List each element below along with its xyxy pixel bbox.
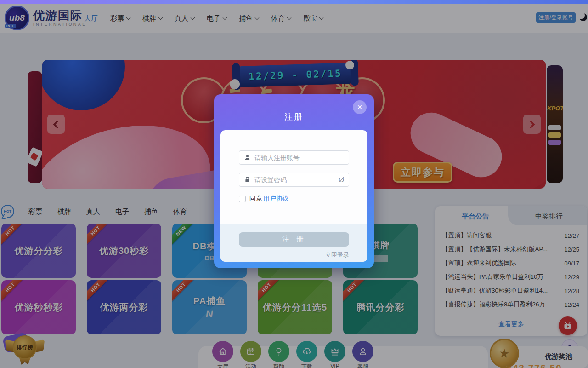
- register-submit-button[interactable]: 注 册: [239, 232, 349, 247]
- eye-off-icon[interactable]: Ø: [339, 176, 344, 184]
- modal-footer: 注 册 立即登录: [220, 224, 368, 262]
- page: ub8 INTL 优游国际 INTERNATIONAL 大厅 彩票 棋牌 真人 …: [0, 0, 588, 368]
- password-input[interactable]: [254, 176, 335, 184]
- agree-checkbox[interactable]: [239, 196, 246, 202]
- register-form: Ø 同意 用户协议 注 册 立即登录: [220, 130, 368, 262]
- register-modal: × 注册 Ø 同意 用户协议: [214, 94, 374, 268]
- username-field-wrap: [239, 150, 349, 165]
- password-field-wrap: Ø: [239, 172, 349, 187]
- login-now-link[interactable]: 立即登录: [325, 251, 349, 259]
- lock-icon: [244, 176, 251, 183]
- modal-title: 注册: [214, 111, 374, 122]
- top-gradient-bar: [0, 0, 588, 4]
- agreement-row: 同意 用户协议: [239, 195, 289, 203]
- agree-text: 同意: [249, 195, 262, 203]
- user-agreement-link[interactable]: 用户协议: [263, 195, 289, 203]
- user-icon: [244, 154, 251, 161]
- username-input[interactable]: [254, 154, 344, 161]
